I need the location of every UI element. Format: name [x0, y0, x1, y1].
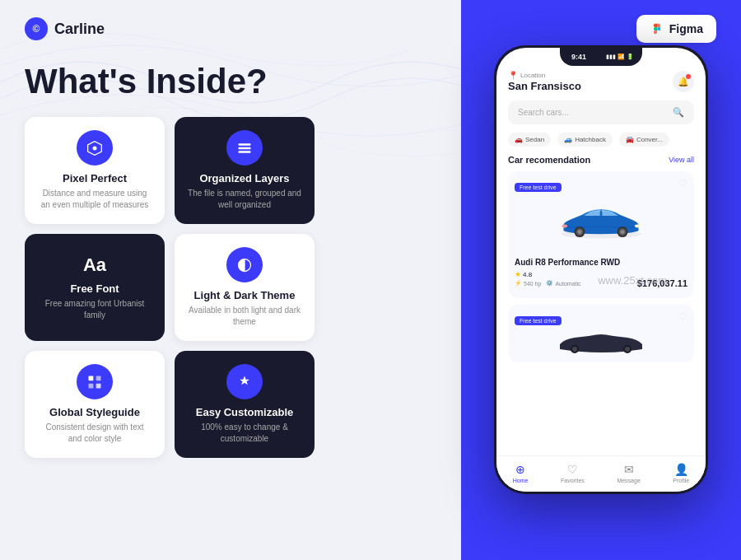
figma-label: Figma: [669, 22, 703, 35]
logo: © Carline: [25, 17, 105, 40]
nav-home[interactable]: ⊕ Home: [513, 463, 529, 483]
svg-rect-8: [96, 383, 101, 388]
free-test-badge-2: Free test drive: [515, 316, 562, 325]
location-pin-icon: 📍: [508, 71, 518, 80]
car-image: [515, 195, 687, 253]
battery-icon: 🔋: [627, 54, 634, 60]
car-rec-header: Car recomendation View all: [508, 155, 694, 165]
convert-icon: 🚘: [626, 136, 634, 143]
svg-rect-2: [239, 147, 251, 149]
hp-value: 540 hp: [524, 281, 541, 287]
car-rec-title: Car recomendation: [508, 155, 590, 165]
car-rating: ★ 4.8: [515, 270, 532, 278]
notification-dot: [686, 74, 691, 79]
sedan-icon: 🚗: [515, 136, 523, 143]
car-transmission: ⚙️ Automatic: [546, 278, 580, 288]
logo-icon: ©: [25, 17, 48, 40]
figma-icon: [650, 21, 664, 36]
global-styleguide-desc: Consistent design with text and color st…: [38, 422, 151, 445]
organized-layers-title: Organized Layers: [199, 172, 289, 184]
easy-customizable-title: Easy Customizable: [196, 406, 294, 418]
figma-badge[interactable]: Figma: [636, 15, 716, 43]
svg-point-20: [572, 347, 577, 352]
bottom-nav: ⊕ Home ♡ Favorites ✉ Message 👤 Profile: [496, 455, 706, 492]
home-label: Home: [513, 478, 529, 483]
pixel-perfect-desc: Distance and measure using an even multi…: [38, 188, 151, 211]
card-free-font: Aa Free Font Free amazing font Urbanist …: [25, 234, 165, 341]
rating-value: 4.8: [523, 271, 532, 278]
wifi-icon: 📶: [618, 54, 625, 60]
svg-rect-1: [239, 143, 251, 146]
search-placeholder: Search cars...: [518, 108, 569, 117]
status-icons: ▮▮▮ 📶 🔋: [606, 54, 634, 60]
sedan-label: Sedan: [525, 136, 544, 143]
free-font-title: Free Font: [70, 282, 119, 295]
organized-layers-icon: [226, 130, 263, 166]
favorites-label: Favorites: [561, 478, 585, 483]
search-icon: 🔍: [673, 107, 684, 118]
pixel-perfect-icon: [77, 130, 113, 166]
nav-message[interactable]: ✉ Message: [617, 463, 640, 483]
phone-inner: 9:41 ▮▮▮ 📶 🔋 📍 Location: [496, 48, 706, 492]
header: © Carline Figma: [0, 0, 741, 43]
profile-icon: 👤: [674, 463, 688, 476]
filter-tab-sedan[interactable]: 🚗 Sedan: [508, 133, 551, 147]
hp-icon: ⚡: [515, 280, 522, 287]
main-content: © Carline Figma What's Inside?: [0, 0, 741, 560]
card-organized-layers: Organized Layers The file is named, grou…: [175, 117, 315, 224]
card-global-styleguide: Global Styleguide Consistent design with…: [25, 351, 165, 458]
card-easy-customizable: Easy Customizable 100% easy to change & …: [175, 351, 315, 458]
global-styleguide-title: Global Styleguide: [49, 406, 140, 418]
pixel-perfect-title: Pixel Perfect: [63, 172, 127, 184]
location-label: Location: [520, 72, 545, 79]
svg-point-16: [620, 230, 624, 234]
filter-tab-hatchback[interactable]: 🚙 Hatchback: [557, 133, 613, 147]
filter-tab-convert[interactable]: 🚘 Conver...: [619, 133, 669, 147]
svg-rect-5: [89, 376, 94, 380]
light-dark-desc: Available in both light and dark theme: [188, 305, 301, 328]
filter-tabs: 🚗 Sedan 🚙 Hatchback 🚘 Conver...: [508, 133, 694, 147]
free-font-desc: Free amazing font Urbanist family: [38, 298, 151, 321]
favorite-icon-2[interactable]: ♡: [678, 311, 687, 323]
car-card-2[interactable]: Free test drive ♡: [508, 305, 694, 362]
convert-label: Conver...: [636, 136, 663, 143]
svg-point-13: [577, 230, 581, 234]
transmission-value: Automatic: [555, 281, 580, 287]
phone-time: 9:41: [571, 53, 586, 61]
favorite-icon[interactable]: ♡: [678, 178, 687, 189]
svg-rect-6: [96, 376, 101, 380]
home-icon: ⊕: [515, 463, 525, 476]
global-styleguide-icon: [77, 364, 113, 399]
car-name: Audi R8 Performance RWD: [515, 258, 687, 267]
easy-customizable-desc: 100% easy to change & customizable: [188, 422, 301, 445]
svg-point-0: [93, 146, 97, 150]
phone-outer: 9:41 ▮▮▮ 📶 🔋 📍 Location: [494, 45, 708, 494]
free-font-icon: Aa: [83, 254, 106, 276]
light-dark-title: Light & Dark Theme: [194, 289, 296, 301]
view-all-link[interactable]: View all: [669, 156, 694, 164]
svg-rect-3: [239, 151, 251, 153]
star-icon: ★: [515, 270, 521, 278]
nav-favorites[interactable]: ♡ Favorites: [561, 463, 585, 483]
svg-rect-7: [89, 383, 94, 388]
car-hp: ⚡ 540 hp: [515, 278, 541, 288]
nav-profile[interactable]: 👤 Profile: [673, 463, 689, 483]
easy-customizable-icon: [226, 364, 263, 399]
free-test-badge: Free test drive: [515, 183, 562, 192]
watermark: www.25xt.com: [598, 274, 667, 287]
favorites-icon: ♡: [567, 463, 578, 476]
location-info: 📍 Location San Fransisco: [508, 71, 581, 92]
card-pixel-perfect: Pixel Perfect Distance and measure using…: [25, 117, 165, 224]
card-light-dark-theme: Light & Dark Theme Available in both lig…: [175, 234, 315, 341]
profile-label: Profile: [673, 478, 689, 483]
location-row: 📍 Location San Fransisco 🔔: [508, 71, 694, 92]
hatchback-icon: 🚙: [564, 136, 572, 143]
car-image-2: [515, 329, 687, 357]
notification-bell[interactable]: 🔔: [673, 71, 694, 92]
transmission-icon: ⚙️: [546, 280, 553, 287]
location-city: San Fransisco: [508, 80, 581, 92]
search-bar[interactable]: Search cars... 🔍: [508, 100, 694, 124]
phone-notch: 9:41 ▮▮▮ 📶 🔋: [560, 48, 642, 66]
signal-icon: ▮▮▮: [606, 54, 616, 60]
light-dark-icon: [226, 247, 263, 282]
